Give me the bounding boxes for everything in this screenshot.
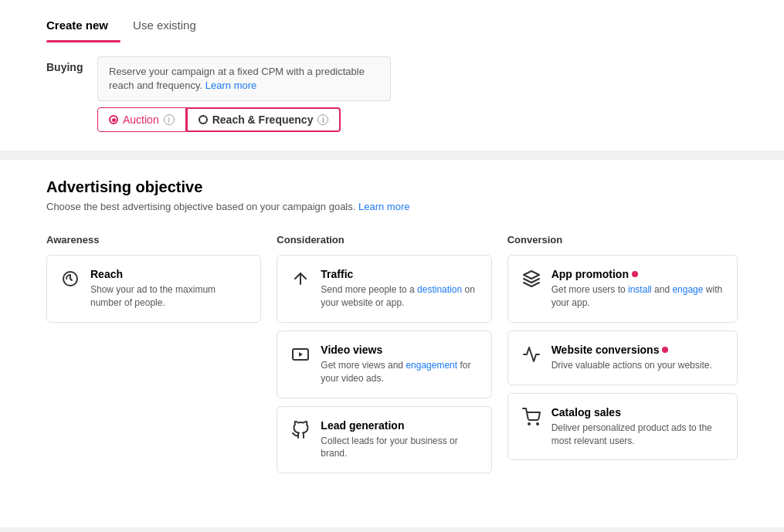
video-icon <box>290 344 311 365</box>
svg-point-2 <box>528 423 530 425</box>
lead-title: Lead generation <box>321 419 478 432</box>
buying-content: Reserve your campaign at a fixed CPM wit… <box>97 56 391 132</box>
reach-card[interactable]: Reach Show your ad to the maximum number… <box>46 255 261 323</box>
advertising-objective-title: Advertising objective <box>46 178 738 196</box>
auction-info-icon[interactable]: i <box>164 114 175 125</box>
video-views-card[interactable]: Video views Get more views and engagemen… <box>277 330 491 398</box>
tabs: Create new Use existing <box>46 12 738 41</box>
tab-use-existing[interactable]: Use existing <box>133 12 209 41</box>
website-content: Website conversions Drive valuable actio… <box>552 344 712 372</box>
reach-content: Reach Show your ad to the maximum number… <box>90 268 248 310</box>
column-conversion: Conversion App promotion <box>507 234 738 481</box>
website-desc: Drive valuable actions on your website. <box>552 359 712 372</box>
website-icon <box>521 344 542 365</box>
catalog-icon <box>521 406 542 428</box>
app-content: App promotion Get more users to install … <box>552 268 725 310</box>
traffic-icon <box>290 268 311 290</box>
reach-frequency-info-icon[interactable]: i <box>317 114 328 125</box>
catalog-content: Catalog sales Deliver personalized produ… <box>552 406 725 448</box>
lead-content: Lead generation Collect leads for your b… <box>321 419 478 461</box>
tooltip-learn-more[interactable]: Learn more <box>205 80 256 91</box>
consideration-header: Consideration <box>277 234 491 246</box>
traffic-title: Traffic <box>321 268 478 280</box>
svg-point-3 <box>537 423 538 425</box>
reach-desc: Show your ad to the maximum number of pe… <box>90 283 248 310</box>
catalog-desc: Deliver personalized product ads to the … <box>552 422 725 448</box>
reach-frequency-label: Reach & Frequency <box>212 114 314 126</box>
app-dot <box>632 271 638 277</box>
reach-frequency-option[interactable]: Reach & Frequency i <box>186 107 341 132</box>
website-title: Website conversions <box>552 344 712 356</box>
bottom-section: Advertising objective Choose the best ad… <box>0 160 784 527</box>
page-wrapper: Create new Use existing Buying Reserve y… <box>0 0 784 532</box>
auction-radio <box>109 115 118 124</box>
buying-label: Buying <box>46 56 85 73</box>
video-title: Video views <box>321 344 478 356</box>
auction-label: Auction <box>123 114 159 126</box>
objectives-grid: Awareness Reach Show your ad to the maxi… <box>46 234 738 481</box>
subtitle-learn-more[interactable]: Learn more <box>358 201 409 212</box>
app-icon <box>521 268 542 290</box>
tab-create-new[interactable]: Create new <box>46 12 120 41</box>
subtitle-text: Choose the best advertising objective ba… <box>46 201 355 212</box>
traffic-card[interactable]: Traffic Send more people to a destinatio… <box>277 255 491 323</box>
lead-icon <box>290 419 311 441</box>
conversion-header: Conversion <box>507 234 738 246</box>
website-dot <box>662 347 668 353</box>
column-consideration: Consideration Traffic Send more people t… <box>277 234 507 481</box>
column-awareness: Awareness Reach Show your ad to the maxi… <box>46 234 277 481</box>
website-conversions-card[interactable]: Website conversions Drive valuable actio… <box>507 330 738 385</box>
reach-icon <box>59 268 81 290</box>
reach-frequency-radio <box>199 115 208 124</box>
advertising-objective-subtitle: Choose the best advertising objective ba… <box>46 201 738 212</box>
app-desc: Get more users to install and engage wit… <box>552 283 725 310</box>
lead-desc: Collect leads for your business or brand… <box>321 435 478 461</box>
video-content: Video views Get more views and engagemen… <box>321 344 478 385</box>
lead-generation-card[interactable]: Lead generation Collect leads for your b… <box>277 406 491 474</box>
video-desc: Get more views and engagement for your v… <box>321 359 478 385</box>
top-section: Create new Use existing Buying Reserve y… <box>0 0 784 151</box>
buying-tooltip: Reserve your campaign at a fixed CPM wit… <box>97 56 391 101</box>
buying-options: Auction i Reach & Frequency i <box>97 107 391 132</box>
traffic-content: Traffic Send more people to a destinatio… <box>321 268 478 310</box>
buying-row: Buying Reserve your campaign at a fixed … <box>46 56 738 132</box>
catalog-sales-card[interactable]: Catalog sales Deliver personalized produ… <box>507 393 738 461</box>
app-promotion-card[interactable]: App promotion Get more users to install … <box>507 255 738 323</box>
auction-option[interactable]: Auction i <box>97 107 186 132</box>
catalog-title: Catalog sales <box>552 406 725 418</box>
footer: Continue <box>0 527 784 532</box>
reach-title: Reach <box>90 268 248 280</box>
app-title: App promotion <box>552 268 725 280</box>
traffic-desc: Send more people to a destination on you… <box>321 283 478 310</box>
awareness-header: Awareness <box>46 234 261 246</box>
